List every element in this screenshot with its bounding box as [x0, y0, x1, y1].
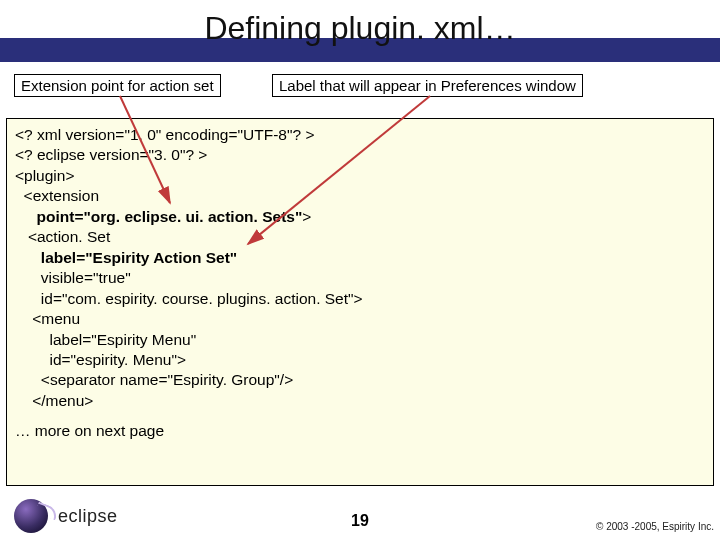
- callout-label-pref: Label that will appear in Preferences wi…: [272, 74, 583, 97]
- code-line: label="Espirity Menu": [15, 330, 705, 350]
- code-line: <? xml version="1. 0" encoding="UTF-8"? …: [15, 125, 705, 145]
- title-zone: Defining plugin. xml…: [0, 0, 720, 62]
- code-bold: point="org. eclipse. ui. action. Sets": [15, 208, 302, 225]
- code-line: id="com. espirity. course. plugins. acti…: [15, 289, 705, 309]
- footer: eclipse 19 © 2003 -2005, Espirity Inc.: [0, 492, 720, 540]
- code-line: id="espirity. Menu">: [15, 350, 705, 370]
- code-line: point="org. eclipse. ui. action. Sets">: [15, 207, 705, 227]
- code-line: <extension: [15, 186, 705, 206]
- code-line: visible="true": [15, 268, 705, 288]
- callout-row: Extension point for action set Label tha…: [0, 74, 720, 114]
- code-line: <plugin>: [15, 166, 705, 186]
- code-line: <action. Set: [15, 227, 705, 247]
- code-more: … more on next page: [15, 421, 705, 441]
- callout-extension-point: Extension point for action set: [14, 74, 221, 97]
- code-listing: <? xml version="1. 0" encoding="UTF-8"? …: [6, 118, 714, 486]
- code-bold: label="Espirity Action Set": [41, 249, 237, 266]
- code-line: <menu: [15, 309, 705, 329]
- code-line: label="Espirity Action Set": [15, 248, 705, 268]
- slide-title: Defining plugin. xml…: [0, 10, 720, 47]
- copyright: © 2003 -2005, Espirity Inc.: [596, 521, 714, 532]
- code-line: <separator name="Espirity. Group"/>: [15, 370, 705, 390]
- code-line: <? eclipse version="3. 0"? >: [15, 145, 705, 165]
- code-line: </menu>: [15, 391, 705, 411]
